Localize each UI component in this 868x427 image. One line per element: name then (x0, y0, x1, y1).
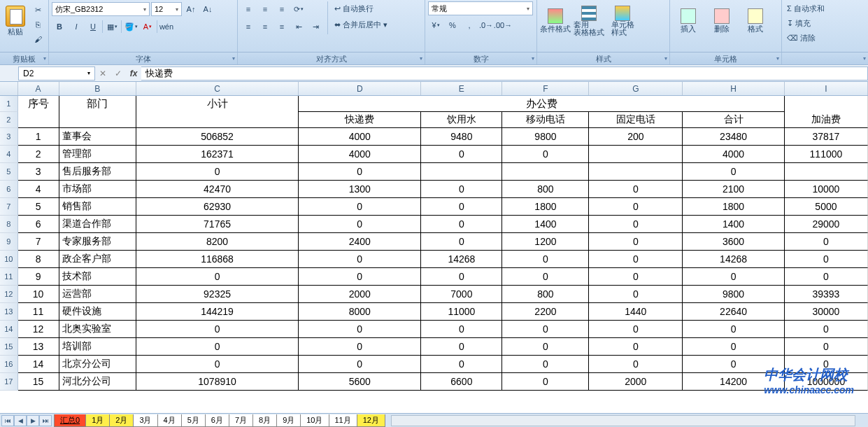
cell[interactable]: 162371 (136, 146, 299, 163)
cell[interactable]: 0 (502, 338, 589, 356)
cell[interactable]: 0 (683, 356, 785, 373)
cell[interactable]: 4000 (683, 146, 785, 163)
cell[interactable]: 7000 (421, 286, 502, 303)
rowhdr-7[interactable]: 7 (0, 198, 18, 216)
rowhdr-12[interactable]: 12 (0, 286, 18, 303)
cell[interactable]: 4000 (299, 146, 421, 163)
cell[interactable]: 0 (785, 268, 868, 286)
cut-button[interactable]: ✂ (30, 3, 45, 17)
sheet-tab[interactable]: 6月 (205, 414, 229, 427)
cell[interactable]: 0 (589, 321, 683, 338)
cell[interactable]: 政企客户部 (59, 251, 136, 268)
cell[interactable]: 800 (502, 286, 589, 303)
cell[interactable]: 1400 (502, 216, 589, 233)
cell[interactable]: 北奥实验室 (59, 321, 136, 338)
cell[interactable] (589, 163, 683, 181)
cell[interactable]: 8200 (136, 233, 299, 251)
cell[interactable]: 办公费 (299, 96, 785, 112)
italic-button[interactable]: I (69, 20, 84, 34)
rowhdr-8[interactable]: 8 (0, 216, 18, 233)
horizontal-scrollbar[interactable] (391, 415, 855, 426)
colhdr-C[interactable]: C (136, 82, 299, 95)
phonetic-button[interactable]: wén (159, 20, 174, 34)
sheet-tab[interactable]: 11月 (329, 414, 357, 427)
fill-color-button[interactable]: 🪣▾ (123, 20, 138, 34)
sheet-tab[interactable]: 汇总0 (54, 414, 86, 427)
cell[interactable]: 0 (136, 356, 299, 373)
cell[interactable]: 硬件设施 (59, 303, 136, 321)
cell[interactable]: 37817 (785, 128, 868, 146)
cell[interactable]: 5600 (299, 373, 421, 391)
cell[interactable]: 14268 (421, 251, 502, 268)
cell[interactable]: 0 (421, 338, 502, 356)
cell[interactable]: 0 (299, 321, 421, 338)
cell[interactable]: 0 (589, 251, 683, 268)
cell[interactable]: 小计 (136, 96, 299, 112)
colhdr-F[interactable]: F (502, 82, 589, 95)
cell[interactable] (785, 163, 868, 181)
enter-button[interactable]: ✓ (111, 69, 126, 78)
rowhdr-16[interactable]: 16 (0, 356, 18, 373)
cell[interactable]: 0 (299, 216, 421, 233)
colhdr-A[interactable]: A (18, 82, 59, 95)
cell[interactable]: 董事会 (59, 128, 136, 146)
cell[interactable]: 10000 (785, 181, 868, 198)
cell[interactable]: 0 (502, 373, 589, 391)
cell[interactable] (502, 163, 589, 181)
insert-button[interactable]: 插入 (673, 1, 704, 41)
percent-button[interactable]: % (445, 18, 460, 32)
colhdr-E[interactable]: E (421, 82, 502, 95)
cell[interactable]: 8000 (299, 303, 421, 321)
cell[interactable]: 0 (589, 286, 683, 303)
cell[interactable] (421, 163, 502, 181)
cell[interactable]: 0 (299, 198, 421, 216)
cell[interactable]: 1 (18, 128, 59, 146)
cell[interactable]: 0 (299, 251, 421, 268)
cell[interactable]: 14 (18, 356, 59, 373)
rowhdr-14[interactable]: 14 (0, 321, 18, 338)
cell[interactable]: 0 (502, 251, 589, 268)
cell[interactable]: 0 (421, 356, 502, 373)
cell[interactable]: 12 (18, 321, 59, 338)
cell[interactable]: 0 (589, 233, 683, 251)
cell[interactable]: 饮用水 (421, 112, 502, 128)
name-box[interactable]: D2▾ (18, 66, 95, 80)
tab-next-button[interactable]: ▶ (27, 415, 39, 426)
cell[interactable]: 0 (136, 268, 299, 286)
cell[interactable] (18, 112, 59, 128)
cell[interactable]: 1800 (683, 198, 785, 216)
indent-inc-button[interactable]: ⇥ (308, 20, 323, 34)
cell[interactable]: 2100 (683, 181, 785, 198)
cell[interactable]: 6 (18, 216, 59, 233)
cell[interactable]: 运营部 (59, 286, 136, 303)
cell[interactable]: 71765 (136, 216, 299, 233)
cell[interactable]: 0 (421, 198, 502, 216)
border-button[interactable]: ▦▾ (104, 20, 120, 34)
underline-button[interactable]: U (85, 20, 101, 34)
cell[interactable]: 3600 (683, 233, 785, 251)
cell[interactable]: 0 (136, 321, 299, 338)
orientation-button[interactable]: ⟳▾ (291, 2, 306, 16)
cell[interactable]: 1800 (502, 198, 589, 216)
cell[interactable]: 0 (683, 268, 785, 286)
cell[interactable]: 0 (589, 338, 683, 356)
tab-first-button[interactable]: ⏮ (1, 415, 14, 426)
cell[interactable]: 9800 (683, 286, 785, 303)
cell[interactable]: 92325 (136, 286, 299, 303)
cell[interactable]: 技术部 (59, 268, 136, 286)
cell[interactable]: 116868 (136, 251, 299, 268)
sheet-tab[interactable]: 2月 (109, 414, 134, 427)
cell[interactable]: 移动电话 (502, 112, 589, 128)
cell[interactable] (136, 112, 299, 128)
cell[interactable]: 2000 (589, 373, 683, 391)
cell[interactable]: 3 (18, 163, 59, 181)
rowhdr-15[interactable]: 15 (0, 338, 18, 356)
cell[interactable]: 1200 (502, 233, 589, 251)
cell[interactable]: 专家服务部 (59, 233, 136, 251)
cell[interactable]: 0 (136, 338, 299, 356)
cell[interactable]: 0 (785, 251, 868, 268)
align-right-button[interactable]: ≡ (274, 20, 290, 34)
cell[interactable]: 23480 (683, 128, 785, 146)
cell[interactable]: 1000000 (785, 373, 868, 391)
cell[interactable]: 市场部 (59, 181, 136, 198)
